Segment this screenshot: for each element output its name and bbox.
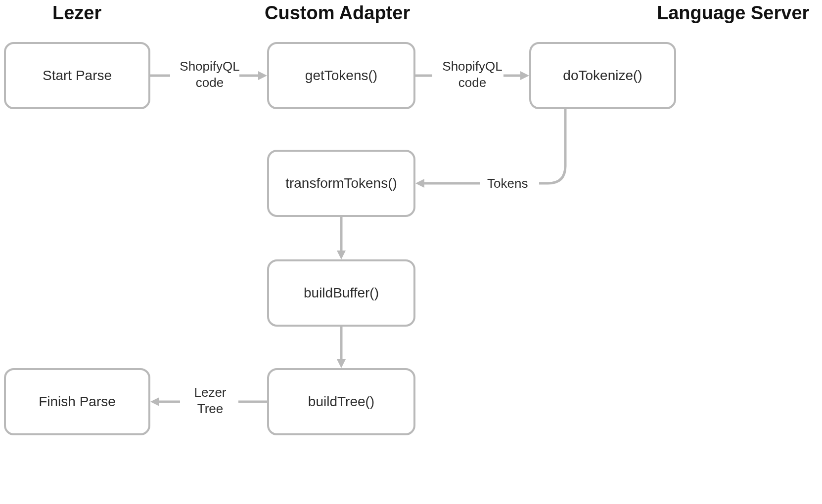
arrow-dotokenize-to-transform [415, 109, 579, 193]
node-get-tokens: getTokens() [267, 42, 415, 109]
arrow-buildtree-to-finish [150, 394, 267, 412]
node-build-tree: buildTree() [267, 368, 415, 435]
svg-marker-14 [150, 397, 159, 406]
arrow-buildbuffer-to-buildtree [334, 327, 349, 368]
column-header-server: Language Server [657, 2, 809, 24]
svg-marker-9 [337, 251, 346, 259]
svg-marker-11 [337, 359, 346, 368]
column-header-adapter: Custom Adapter [265, 2, 410, 24]
arrow-gettokens-to-dotokenize [415, 68, 529, 86]
node-finish-parse: Finish Parse [4, 368, 150, 435]
arrow-start-to-gettokens [150, 68, 267, 86]
node-build-buffer: buildBuffer() [267, 259, 415, 327]
svg-marker-5 [520, 71, 529, 80]
svg-marker-2 [258, 71, 267, 80]
node-start-parse: Start Parse [4, 42, 150, 109]
column-header-lezer: Lezer [52, 2, 101, 24]
node-do-tokenize: doTokenize() [529, 42, 676, 109]
node-transform-tokens: transformTokens() [267, 150, 415, 217]
arrow-transform-to-buildbuffer [334, 217, 349, 259]
svg-marker-7 [415, 179, 424, 188]
